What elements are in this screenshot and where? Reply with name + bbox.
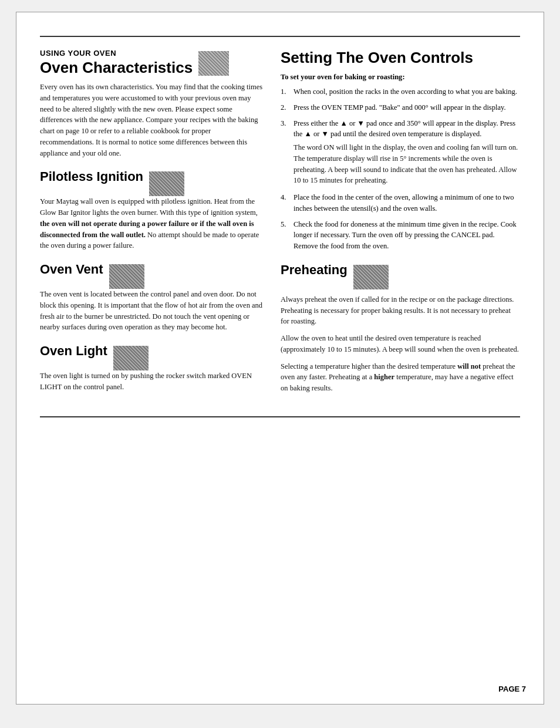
oven-light-title: Oven Light bbox=[40, 343, 107, 359]
step-3-continuation: The word ON will light in the display, t… bbox=[281, 142, 520, 186]
instruction-list-cont: 4. Place the food in the center of the o… bbox=[281, 192, 520, 252]
instr-label: To set your oven for baking or roasting: bbox=[281, 73, 520, 82]
pilotless-ignition-icon bbox=[149, 171, 184, 196]
using-your-oven-section: USING YOUR OVEN Oven Characteristics Eve… bbox=[40, 49, 263, 159]
oven-characteristics-icon bbox=[198, 51, 229, 76]
step-3: 3. Press either the ▲ or ▼ pad once and … bbox=[281, 118, 520, 140]
preheating-title: Preheating bbox=[281, 262, 348, 278]
left-column: USING YOUR OVEN Oven Characteristics Eve… bbox=[40, 49, 263, 405]
oven-vent-icon bbox=[109, 264, 144, 289]
oven-vent-section: Oven Vent The oven vent is located betwe… bbox=[40, 262, 263, 333]
preheating-body2: Allow the oven to heat until the desired… bbox=[281, 333, 520, 355]
oven-char-body: Every oven has its own characteristics. … bbox=[40, 82, 263, 159]
setting-controls-title: Setting The Oven Controls bbox=[281, 49, 520, 67]
oven-vent-title: Oven Vent bbox=[40, 262, 103, 277]
preheating-body1: Always preheat the oven if called for in… bbox=[281, 294, 520, 327]
setting-controls-section: Setting The Oven Controls To set your ov… bbox=[281, 49, 520, 252]
preheating-icon bbox=[353, 265, 389, 289]
pilotless-title: Pilotless Ignition bbox=[40, 169, 143, 184]
instruction-list: 1. When cool, position the racks in the … bbox=[281, 86, 520, 140]
oven-light-body: The oven light is turned on by pushing t… bbox=[40, 370, 263, 393]
step-1: 1. When cool, position the racks in the … bbox=[281, 86, 520, 97]
pilotless-ignition-section: Pilotless Ignition Your Maytag wall oven… bbox=[40, 169, 263, 251]
step-2: 2. Press the OVEN TEMP pad. "Bake" and 0… bbox=[281, 102, 520, 113]
using-label: USING YOUR OVEN bbox=[40, 49, 193, 58]
page: USING YOUR OVEN Oven Characteristics Eve… bbox=[16, 12, 544, 705]
oven-characteristics-title: Oven Characteristics bbox=[40, 59, 193, 77]
preheating-body3: Selecting a temperature higher than the … bbox=[281, 361, 520, 394]
pilotless-body: Your Maytag wall oven is equipped with p… bbox=[40, 196, 263, 251]
right-column: Setting The Oven Controls To set your ov… bbox=[281, 49, 520, 405]
oven-light-section: Oven Light The oven light is turned on b… bbox=[40, 343, 263, 393]
oven-vent-body: The oven vent is located between the con… bbox=[40, 289, 263, 333]
step-4: 4. Place the food in the center of the o… bbox=[281, 192, 520, 214]
step-5: 5. Check the food for doneness at the mi… bbox=[281, 219, 520, 252]
preheating-section: Preheating Always preheat the oven if ca… bbox=[281, 262, 520, 394]
oven-light-icon bbox=[113, 346, 149, 370]
page-number: PAGE 7 bbox=[498, 685, 526, 693]
